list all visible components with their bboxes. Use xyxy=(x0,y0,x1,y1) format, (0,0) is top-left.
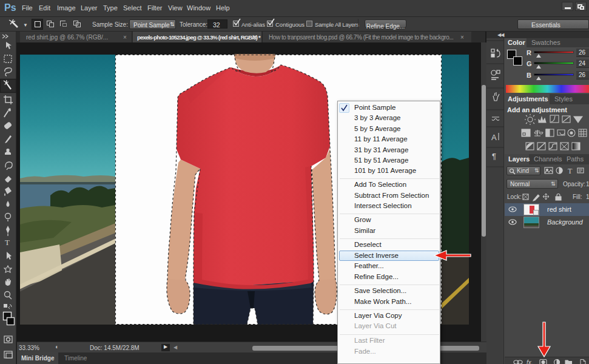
svg-text:A: A xyxy=(491,133,497,142)
svg-text:¶: ¶ xyxy=(492,152,496,161)
svg-text:T: T xyxy=(5,238,10,247)
svg-text:fx.: fx. xyxy=(527,359,533,364)
svg-text:T: T xyxy=(568,167,573,175)
